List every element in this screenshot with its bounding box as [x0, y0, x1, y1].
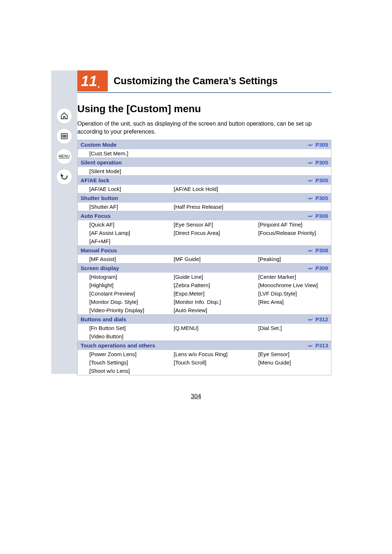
menu-item: [247, 367, 331, 375]
menu-item: [Touch Settings]: [78, 358, 162, 367]
menu-item: [Pinpoint AF Time]: [247, 220, 331, 229]
category-header: Silent operation P305: [78, 158, 331, 167]
menu-item: [247, 185, 331, 194]
category-header: Touch operations and others P313: [78, 341, 331, 350]
item-row: [Shutter AF][Half Press Release]: [78, 203, 331, 211]
menu-item: [Eye Sensor]: [247, 350, 331, 358]
menu-item: [MF Assist]: [78, 255, 162, 264]
menu-item: [AF Assist Lamp]: [78, 229, 162, 237]
page-reference-link[interactable]: P313: [247, 341, 331, 350]
contents-button[interactable]: [56, 128, 72, 144]
chapter-title: Customizing the Camera’s Settings: [114, 76, 278, 87]
category-title: Touch operations and others: [78, 341, 247, 350]
page-reference-link[interactable]: P306: [247, 211, 331, 221]
menu-item: [247, 237, 331, 246]
menu-item: [Half Press Release]: [162, 203, 247, 211]
item-row: [AF Assist Lamp][Direct Focus Area][Focu…: [78, 229, 331, 237]
menu-item: [162, 149, 247, 158]
svg-point-12: [307, 346, 308, 346]
category-header: AF/AE lock P305: [78, 176, 331, 185]
svg-point-5: [307, 163, 308, 163]
svg-point-10: [307, 268, 308, 269]
page-reference-link[interactable]: P305: [247, 194, 331, 203]
menu-item: [Monochrome Live View]: [247, 281, 331, 289]
menu-item: [Constant Preview]: [78, 289, 162, 298]
intro-paragraph: Operation of the unit, such as displayin…: [77, 120, 331, 135]
section-title: Using the [Custom] menu: [77, 103, 331, 115]
category-title: Screen display: [78, 264, 247, 273]
item-row: [Shoot w/o Lens]: [78, 367, 331, 375]
page-reference-link[interactable]: P305: [247, 176, 331, 185]
menu-item: [Quick AF]: [78, 220, 162, 229]
menu-item: [MF Guide]: [162, 255, 247, 264]
list-icon: [60, 132, 68, 140]
menu-item: [Cust.Set Mem.]: [78, 149, 162, 158]
category-header: Manual Focus P308: [78, 246, 331, 255]
menu-item: [Power Zoom Lens]: [78, 350, 162, 358]
item-row: [MF Assist][MF Guide][Peaking]: [78, 255, 331, 264]
category-header: Custom Mode P305: [78, 140, 331, 150]
menu-item: [AF+MF]: [78, 237, 162, 246]
page-reference-link[interactable]: P312: [247, 315, 331, 324]
menu-item: [Shutter AF]: [78, 203, 162, 211]
menu-item: [Video-Priority Display]: [78, 306, 162, 315]
menu-button[interactable]: MENU: [56, 148, 72, 164]
page-reference-link[interactable]: P308: [247, 246, 331, 255]
page-reference-link[interactable]: P309: [247, 264, 331, 273]
svg-point-4: [307, 145, 308, 146]
home-icon: [60, 112, 68, 120]
menu-item: [162, 237, 247, 246]
menu-item: [LVF Disp.Style]: [247, 289, 331, 298]
item-row: [Highlight][Zebra Pattern][Monochrome Li…: [78, 281, 331, 289]
page-reference-link[interactable]: P305: [247, 140, 331, 150]
chapter-header: 11. Customizing the Camera’s Settings: [77, 70, 331, 93]
item-row: [Touch Settings][Touch Scroll][Menu Guid…: [78, 358, 331, 367]
page-number[interactable]: 304: [0, 393, 392, 400]
item-row: [Silent Mode]: [78, 167, 331, 176]
chapter-dot: .: [98, 80, 101, 90]
category-title: Silent operation: [78, 158, 247, 167]
menu-item: [162, 167, 247, 176]
home-button[interactable]: [56, 108, 72, 124]
menu-item: [AF/AE Lock Hold]: [162, 185, 247, 194]
back-icon: [60, 173, 68, 181]
page-reference-link[interactable]: P305: [247, 158, 331, 167]
menu-item: [Histogram]: [78, 273, 162, 281]
sidebar: MENU: [51, 108, 77, 185]
item-row: [Fn Button Set][Q.MENU][Dial Set.]: [78, 324, 331, 332]
category-title: AF/AE lock: [78, 176, 247, 185]
menu-item: [Silent Mode]: [78, 167, 162, 176]
menu-item: [Video Button]: [78, 332, 162, 341]
menu-item: [247, 149, 331, 158]
item-row: [Cust.Set Mem.]: [78, 149, 331, 158]
menu-item: [Peaking]: [247, 255, 331, 264]
category-header: Auto Focus P306: [78, 211, 331, 221]
menu-item: [Expo.Meter]: [162, 289, 247, 298]
item-row: [Monitor Disp. Style][Monitor Info. Disp…: [78, 298, 331, 306]
svg-point-7: [307, 198, 308, 199]
category-title: Custom Mode: [78, 140, 247, 150]
menu-item: [Shoot w/o Lens]: [78, 367, 162, 375]
menu-item: [AF/AE Lock]: [78, 185, 162, 194]
menu-item: [Auto Review]: [162, 306, 247, 315]
menu-item: [Highlight]: [78, 281, 162, 289]
item-row: [Video Button]: [78, 332, 331, 341]
chapter-number: 11: [81, 73, 97, 89]
menu-item: [247, 203, 331, 211]
item-row: [AF+MF]: [78, 237, 331, 246]
category-title: Manual Focus: [78, 246, 247, 255]
menu-item: [Rec Area]: [247, 298, 331, 306]
page-content: 11. Customizing the Camera’s Settings Us…: [77, 70, 331, 375]
menu-label: MENU: [59, 154, 70, 159]
chapter-number-badge: 11.: [77, 70, 108, 91]
svg-point-11: [307, 319, 308, 320]
menu-item: [Touch Scroll]: [162, 358, 247, 367]
menu-item: [Monitor Info. Disp.]: [162, 298, 247, 306]
menu-item: [247, 306, 331, 315]
svg-point-8: [307, 216, 308, 217]
item-row: [Constant Preview][Expo.Meter][LVF Disp.…: [78, 289, 331, 298]
menu-item: [Direct Focus Area]: [162, 229, 247, 237]
menu-item: [Lens w/o Focus Ring]: [162, 350, 247, 358]
menu-item: [Dial Set.]: [247, 324, 331, 332]
back-button[interactable]: [56, 169, 72, 185]
